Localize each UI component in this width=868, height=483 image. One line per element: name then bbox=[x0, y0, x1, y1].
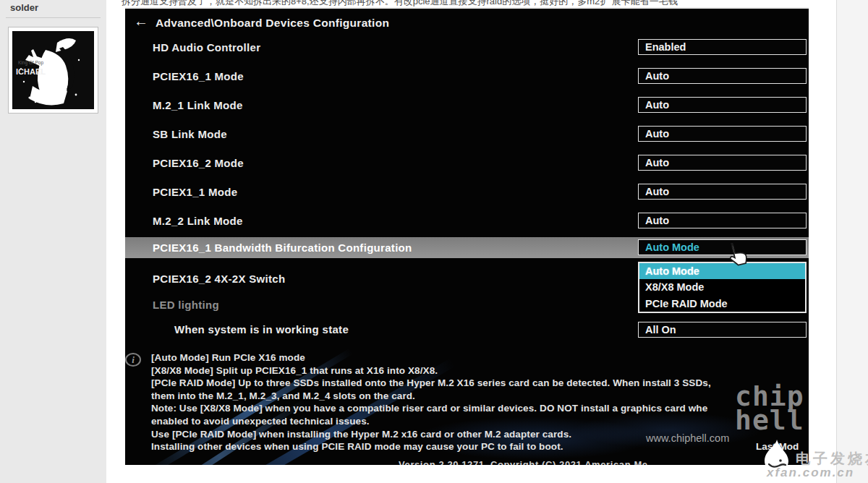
bios-value-box[interactable]: Auto bbox=[638, 184, 807, 200]
avatar[interactable]: King Of Pop ICHAEL bbox=[8, 27, 98, 114]
sidebar-username: solder bbox=[10, 2, 38, 13]
bios-row-label[interactable]: SB Link Mode bbox=[153, 128, 227, 140]
bios-value-box[interactable]: Auto bbox=[638, 126, 807, 142]
bios-row-label[interactable]: PCIEX16_1 Mode bbox=[153, 70, 244, 82]
bios-value-box[interactable]: Auto bbox=[638, 213, 807, 228]
bios-row-label[interactable]: HD Audio Controller bbox=[153, 41, 260, 54]
help-line: [PCIe RAID Mode] Up to three SSDs instal… bbox=[151, 377, 807, 390]
info-icon: i bbox=[125, 353, 141, 367]
sidebar-divider bbox=[6, 17, 101, 18]
help-line: [Auto Mode] Run PCIe X16 mode bbox=[151, 351, 807, 364]
bios-row-label[interactable]: PCIEX16_2 4X-2X Switch bbox=[153, 273, 285, 285]
chiphell-url-watermark: www.chiphell.com bbox=[646, 432, 729, 444]
right-page-panel bbox=[836, 0, 868, 483]
bios-page-title: Advanced\Onboard Devices Configuration bbox=[156, 17, 389, 30]
bios-row-label[interactable]: M.2_2 Link Mode bbox=[153, 215, 243, 227]
bios-value-box[interactable]: Enabled bbox=[638, 39, 807, 55]
chiphell-logo: chip hell bbox=[735, 385, 804, 433]
hand-cursor-icon bbox=[723, 240, 750, 269]
dropdown-option[interactable]: X8/X8 Mode bbox=[639, 279, 805, 295]
forum-comment-text: 拆分通道支持普及了，就是不知拆出来的8+8,还支持内部再拆不。有改pcie通道直… bbox=[122, 0, 845, 7]
bifurcation-dropdown[interactable]: Auto Mode X8/X8 Mode PCIe RAID Mode bbox=[638, 262, 807, 313]
bios-value-box[interactable]: Auto bbox=[638, 155, 807, 171]
bios-row-label-disabled: LED lighting bbox=[153, 299, 219, 311]
bios-row-label[interactable]: M.2_1 Link Mode bbox=[153, 99, 243, 111]
help-line: enabled to avoid unexpected technical is… bbox=[151, 415, 807, 428]
help-line: them into the M.2_1, M.2_3, and M.2_4 sl… bbox=[151, 390, 807, 403]
bios-value-box[interactable]: All On bbox=[638, 322, 807, 338]
chiphell-logo-line: hell bbox=[735, 409, 804, 432]
bifurcation-row-label[interactable]: PCIEX16_1 Bandwidth Bifurcation Configur… bbox=[153, 241, 412, 254]
bios-version-line: Version 2.20.1271. Copyright (C) 2021 Am… bbox=[399, 459, 648, 465]
back-arrow-icon[interactable]: ← bbox=[134, 13, 148, 30]
avatar-caption-small: King Of Pop bbox=[18, 60, 43, 66]
bios-value-box[interactable]: Auto bbox=[638, 68, 807, 84]
bios-subrow-label[interactable]: When system is in working state bbox=[174, 323, 349, 335]
help-line: [X8/X8 Mode] Split up PCIEX16_1 that run… bbox=[151, 364, 807, 377]
bios-screenshot: ← Advanced\Onboard Devices Configuration… bbox=[125, 7, 809, 465]
sidebar: solder King Of Pop ICHAEL bbox=[0, 0, 106, 483]
bios-value-box[interactable]: Auto bbox=[638, 97, 807, 113]
dropdown-option[interactable]: PCIe RAID Mode bbox=[639, 296, 805, 312]
bios-top-border bbox=[125, 7, 809, 9]
elecfans-domain-watermark: xfan.com.cn bbox=[767, 466, 854, 480]
avatar-caption-large: ICHAEL bbox=[16, 67, 46, 76]
avatar-art: King Of Pop ICHAEL bbox=[12, 31, 94, 109]
bios-row-label[interactable]: PCIEX1_1 Mode bbox=[153, 186, 237, 198]
help-line: Note: Use [X8/X8 Mode] when you have a c… bbox=[151, 402, 807, 415]
bios-row-label[interactable]: PCIEX16_2 Mode bbox=[153, 157, 244, 169]
